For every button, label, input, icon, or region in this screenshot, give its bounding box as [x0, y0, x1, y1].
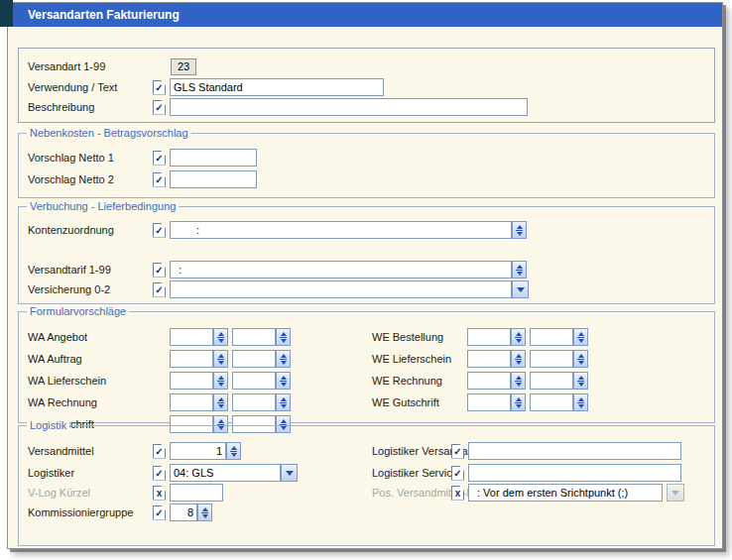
versicherung-select[interactable]	[170, 280, 512, 298]
spinner-up-icon	[281, 332, 287, 336]
versandtarif-toggle-checkbox[interactable]: ✓	[153, 263, 166, 278]
form-spinner-input[interactable]	[530, 328, 573, 346]
versicherung-dropdown-button[interactable]	[512, 280, 529, 298]
form-spinner-input[interactable]	[170, 393, 213, 411]
spinner-button[interactable]	[511, 393, 526, 411]
spinner-down-icon	[218, 383, 224, 387]
chevron-down-icon	[517, 287, 525, 292]
vorschlag-netto-1-input[interactable]	[170, 149, 257, 167]
kontenzuordnung-select[interactable]	[170, 221, 512, 239]
form-spinner-input[interactable]	[530, 393, 573, 411]
check-icon: ✓	[453, 447, 461, 457]
versandart-number-field[interactable]: 23	[171, 58, 196, 75]
form-spinner-input[interactable]	[232, 372, 276, 390]
kommissioniergruppe-spinner-input[interactable]	[170, 504, 197, 521]
form-spinner-input[interactable]	[170, 350, 213, 368]
spinner-down-icon	[517, 232, 523, 236]
kontenzuordnung-spinner-button[interactable]	[512, 221, 527, 239]
wa-auftrag-row: WA Auftrag	[28, 350, 291, 368]
versandart-label: Versandart 1-99	[28, 60, 153, 72]
form-spinner-input[interactable]	[170, 372, 213, 390]
chevron-down-icon	[671, 491, 679, 496]
spinner-down-icon	[202, 514, 208, 518]
spinner-up-icon	[516, 332, 522, 336]
logistiker-toggle-checkbox[interactable]: ✓	[153, 466, 166, 481]
beschreibung-row: Beschreibung ✓	[28, 98, 528, 116]
check-icon: ✓	[155, 226, 163, 236]
spinner-down-icon	[218, 361, 224, 365]
logistiker-select[interactable]	[170, 464, 281, 482]
spinner-up-icon	[218, 332, 224, 336]
spinner-divider	[217, 402, 224, 403]
versicherung-toggle-checkbox[interactable]: ✓	[153, 282, 166, 297]
spinner-button[interactable]	[573, 328, 588, 346]
logistiker-versandart-input[interactable]	[468, 442, 681, 460]
form-spinner-input[interactable]	[467, 328, 511, 346]
kontenzuordnung-toggle-checkbox[interactable]: ✓	[153, 223, 166, 238]
pos-versandmittel-kz-select[interactable]	[468, 484, 663, 502]
form-spinner-input[interactable]	[530, 350, 573, 368]
form-spinner-input[interactable]	[467, 393, 511, 411]
dialog-titlebar[interactable]: Versandarten Fakturierung	[8, 3, 722, 27]
verbuchung-legend: Verbuchung - Lieferbedingung	[27, 199, 179, 213]
kommissioniergruppe-spinner-button[interactable]	[197, 504, 212, 521]
vlog-kuerzel-exclude-checkbox[interactable]: x	[153, 486, 166, 501]
verwendung-toggle-checkbox[interactable]: ✓	[153, 80, 166, 95]
vorschlag-netto-1-toggle-checkbox[interactable]: ✓	[153, 151, 166, 166]
form-spinner-input[interactable]	[467, 372, 511, 390]
verwendung-label: Verwendung / Text	[28, 81, 153, 93]
spinner-button[interactable]	[511, 350, 526, 368]
versandtarif-select[interactable]	[170, 261, 512, 279]
vorschlag-netto-2-toggle-checkbox[interactable]: ✓	[153, 172, 166, 187]
spinner-divider	[217, 337, 224, 338]
spinner-button[interactable]	[573, 393, 588, 411]
spinner-button[interactable]	[511, 372, 526, 390]
logistiker-service-toggle-checkbox[interactable]: ✓	[451, 466, 464, 481]
form-spinner-input[interactable]	[530, 372, 573, 390]
form-spinner-input[interactable]	[170, 328, 213, 346]
versandmittel-spinner-button[interactable]	[226, 442, 241, 460]
spinner-button[interactable]	[213, 393, 228, 411]
wa-angebot-label: WA Angebot	[28, 331, 170, 343]
beschreibung-toggle-checkbox[interactable]: ✓	[153, 100, 166, 115]
chevron-down-icon	[286, 471, 294, 476]
dialog-title: Versandarten Fakturierung	[28, 8, 180, 22]
spinner-button[interactable]	[573, 350, 588, 368]
wa-rechnung-label: WA Rechnung	[28, 396, 170, 408]
versandmittel-spinner-input[interactable]	[170, 442, 226, 460]
verwendung-text-input[interactable]	[170, 78, 384, 96]
spinner-up-icon	[231, 446, 237, 450]
spinner-down-icon	[516, 404, 522, 408]
spinner-button[interactable]	[573, 372, 588, 390]
spinner-button[interactable]	[276, 328, 291, 346]
spinner-up-icon	[516, 376, 522, 380]
vorschlag-netto-2-input[interactable]	[170, 170, 257, 188]
logistiker-service-input[interactable]	[468, 464, 681, 482]
spinner-button[interactable]	[511, 328, 526, 346]
form-spinner-input[interactable]	[232, 393, 276, 411]
spinner-up-icon	[218, 354, 224, 358]
spinner-button[interactable]	[276, 393, 291, 411]
form-spinner-input[interactable]	[232, 328, 276, 346]
spinner-button[interactable]	[276, 350, 291, 368]
wa-rechnung-row: WA Rechnung	[28, 393, 291, 411]
versandtarif-spinner-button[interactable]	[512, 261, 527, 279]
spinner-button[interactable]	[213, 372, 228, 390]
form-spinner-input[interactable]	[467, 350, 511, 368]
logistiker-service-row: Logistiker Service ✓	[372, 464, 681, 482]
check-icon: ✓	[155, 266, 163, 276]
spinner-button[interactable]	[213, 350, 228, 368]
check-icon: ✓	[155, 285, 163, 295]
logistiker-dropdown-button[interactable]	[281, 464, 298, 482]
form-spinner-input[interactable]	[232, 350, 276, 368]
beschreibung-input[interactable]	[170, 98, 528, 116]
vlog-kuerzel-input[interactable]	[170, 484, 223, 502]
kommissioniergruppe-toggle-checkbox[interactable]: ✓	[153, 505, 166, 520]
spinner-button[interactable]	[276, 372, 291, 390]
versandmittel-toggle-checkbox[interactable]: ✓	[153, 444, 166, 459]
spinner-down-icon	[578, 404, 584, 408]
spinner-down-icon	[281, 404, 287, 408]
nebenkosten-legend: Nebenkosten - Betragsvorschlag	[27, 126, 191, 140]
check-icon: ✓	[155, 508, 163, 518]
spinner-button[interactable]	[213, 328, 228, 346]
